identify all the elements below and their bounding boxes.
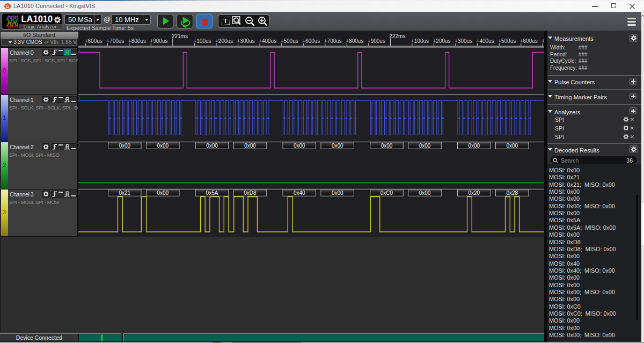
svg-text:+500us: +500us — [498, 38, 516, 44]
svg-text:+300us: +300us — [455, 38, 472, 44]
svg-text:+400us: +400us — [259, 38, 276, 44]
svg-text:+700us: +700us — [324, 38, 342, 44]
svg-text:+600us: +600us — [85, 38, 103, 44]
svg-text:+700us: +700us — [106, 38, 124, 44]
svg-text:+200us: +200us — [215, 38, 233, 44]
svg-text:+100us: +100us — [411, 38, 429, 44]
svg-text:221ms: 221ms — [172, 33, 188, 39]
svg-text:0x20: 0x20 — [468, 189, 480, 195]
svg-text:+200us: +200us — [433, 38, 451, 44]
svg-text:0x28: 0x28 — [506, 189, 518, 195]
svg-text:0x00: 0x00 — [468, 142, 480, 148]
svg-text:+300us: +300us — [237, 38, 255, 44]
svg-text:0x00: 0x00 — [506, 142, 518, 148]
svg-text:0x5A: 0x5A — [206, 189, 218, 195]
svg-text:+800us: +800us — [346, 38, 363, 44]
svg-text:0x00: 0x00 — [119, 142, 130, 148]
svg-text:0x00: 0x00 — [332, 142, 343, 148]
svg-text:0xC0: 0xC0 — [380, 189, 393, 195]
svg-text:+500us: +500us — [281, 38, 298, 44]
svg-text:+900us: +900us — [368, 38, 385, 44]
svg-text:+400us: +400us — [477, 38, 494, 44]
svg-text:+600us: +600us — [520, 38, 538, 44]
svg-text:+900us: +900us — [150, 38, 167, 44]
svg-text:0x00: 0x00 — [244, 142, 256, 148]
svg-text:222ms: 222ms — [389, 33, 405, 39]
svg-text:0x00: 0x00 — [419, 189, 431, 195]
svg-text:0x00: 0x00 — [419, 142, 431, 148]
svg-text:0x00: 0x00 — [332, 189, 343, 195]
svg-text:0x00: 0x00 — [206, 142, 218, 148]
svg-text:0x00: 0x00 — [294, 142, 305, 148]
svg-text:0x00: 0x00 — [157, 189, 169, 195]
svg-text:0x21: 0x21 — [119, 189, 130, 195]
svg-text:+800us: +800us — [128, 38, 146, 44]
svg-text:0x00: 0x00 — [157, 142, 169, 148]
svg-text:0x00: 0x00 — [381, 142, 393, 148]
svg-text:0xD8: 0xD8 — [244, 189, 257, 195]
svg-text:+600us: +600us — [302, 38, 320, 44]
svg-text:+100us: +100us — [193, 38, 211, 44]
svg-text:0x40: 0x40 — [294, 189, 305, 195]
